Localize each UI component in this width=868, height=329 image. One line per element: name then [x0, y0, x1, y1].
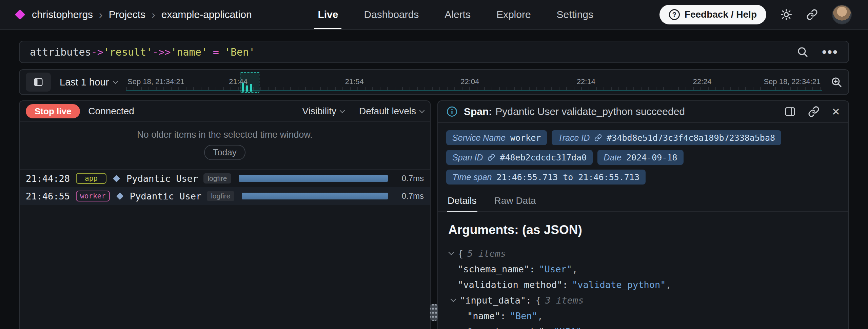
- default-levels-dropdown[interactable]: Default levels: [359, 106, 424, 117]
- share-link-button[interactable]: [806, 9, 818, 20]
- query-operator: ->>: [152, 46, 171, 58]
- copy-link-button[interactable]: [808, 106, 820, 117]
- tab-details[interactable]: Details: [447, 190, 477, 211]
- nav-live[interactable]: Live: [318, 0, 338, 29]
- json-brace: {: [535, 295, 541, 306]
- timeline-tick-label: 22:14: [577, 77, 595, 86]
- link-icon: [808, 106, 820, 117]
- duration-bar: [239, 175, 388, 182]
- top-nav: christophergs › Projects › example-appli…: [0, 0, 868, 30]
- chevron-down-icon: [113, 78, 118, 84]
- json-comma: ,: [572, 264, 577, 274]
- timeline-selection[interactable]: [240, 72, 259, 93]
- duration-value: 0.7ms: [395, 174, 424, 183]
- link-icon: [806, 9, 818, 20]
- zoom-button[interactable]: [831, 76, 842, 88]
- query-actions: •••: [797, 46, 838, 58]
- json-comma: ,: [666, 279, 671, 290]
- detail-panel-header: Span:Pydantic User validate_python succe…: [438, 101, 848, 123]
- nav-explore[interactable]: Explore: [496, 0, 531, 29]
- detail-panel-actions: ✕: [784, 106, 840, 118]
- span-diamond-icon: [116, 192, 123, 199]
- visibility-dropdown[interactable]: Visibility: [302, 106, 344, 117]
- collapse-caret-icon[interactable]: [448, 250, 458, 257]
- search-icon: [797, 46, 808, 58]
- trace-id-value: #34bd8e51d73c3f4c8a189b72338a5ba8: [607, 133, 775, 143]
- service-tag: worker: [76, 191, 110, 201]
- json-line: "input_data":{3 items: [450, 293, 838, 308]
- query-expression[interactable]: attributes->'result'->>'name'='Ben': [30, 46, 255, 58]
- timeline[interactable]: Sep 18, 21:34:21 21:44 21:54 22:04 22:14…: [126, 70, 822, 94]
- service-name-label: Service Name: [452, 133, 506, 143]
- span-detail-panel: Span:Pydantic User validate_python succe…: [437, 100, 849, 329]
- close-button[interactable]: ✕: [832, 106, 840, 118]
- expand-panel-button[interactable]: [784, 106, 796, 117]
- visibility-label: Visibility: [302, 106, 336, 117]
- json-key: "input_data":: [460, 295, 531, 306]
- service-tag: app: [76, 173, 106, 184]
- breadcrumb: christophergs › Projects › example-appli…: [16, 8, 252, 21]
- scope-chip: logfire: [203, 173, 231, 183]
- search-button[interactable]: [797, 46, 808, 58]
- sun-icon: [781, 9, 792, 20]
- feedback-help-label: Feedback / Help: [685, 9, 757, 20]
- json-comma: ,: [581, 326, 587, 329]
- json-key: "validation_method":: [458, 279, 568, 290]
- span-id-label: Span ID: [452, 153, 483, 162]
- query-equals: =: [213, 46, 219, 58]
- nav-alerts[interactable]: Alerts: [445, 0, 471, 29]
- duration-bar-fill: [239, 175, 388, 182]
- date-pill: Date 2024-09-18: [597, 150, 683, 165]
- live-panel-header: Stop live Connected Visibility Default l…: [20, 101, 430, 122]
- theme-toggle-button[interactable]: [781, 9, 792, 20]
- detail-tabs: Details Raw Data: [438, 190, 848, 212]
- breadcrumb-org[interactable]: christophergs: [32, 9, 93, 20]
- trace-row[interactable]: 21:46:55 worker Pydantic User logfire 0.…: [20, 187, 430, 205]
- empty-window-section: No older items in the selected time wind…: [20, 122, 430, 170]
- trace-id-label: Trace ID: [558, 133, 590, 143]
- timeline-tick-label: 22:24: [693, 77, 712, 86]
- detail-body: Arguments: (as JSON) {5 items "schema_na…: [438, 212, 848, 329]
- span-id-pill[interactable]: Span ID #48eb2cdcdc317da0: [446, 150, 593, 165]
- breadcrumb-projects[interactable]: Projects: [109, 9, 145, 20]
- query-bar[interactable]: attributes->'result'->>'name'='Ben' •••: [19, 41, 849, 63]
- json-comma: ,: [537, 311, 543, 321]
- nav-settings[interactable]: Settings: [557, 0, 593, 29]
- user-avatar[interactable]: [832, 5, 852, 24]
- chevron-right-icon: ›: [152, 8, 155, 21]
- feedback-help-button[interactable]: ? Feedback / Help: [659, 5, 766, 24]
- json-item-count: 5 items: [467, 248, 506, 259]
- time-range-dropdown[interactable]: Last 1 hour: [60, 77, 117, 88]
- tab-raw-data[interactable]: Raw Data: [494, 190, 537, 211]
- duration-bar: [242, 193, 388, 199]
- trace-id-pill[interactable]: Trace ID #34bd8e51d73c3f4c8a189b72338a5b…: [552, 130, 781, 145]
- link-icon: [594, 134, 602, 141]
- sidebar-toggle-button[interactable]: [26, 73, 51, 92]
- query-value: 'Ben': [224, 46, 255, 58]
- stop-live-button[interactable]: Stop live: [26, 104, 80, 118]
- question-icon: ?: [669, 9, 680, 20]
- collapse-caret-icon[interactable]: [450, 297, 460, 304]
- json-key: "country_code":: [467, 326, 550, 329]
- panel-resize-handle[interactable]: [430, 304, 438, 321]
- service-name-pill: Service Name worker: [446, 130, 547, 145]
- more-options-button[interactable]: •••: [822, 49, 838, 55]
- connection-status: Connected: [88, 106, 134, 117]
- scope-chip: logfire: [207, 191, 234, 201]
- json-key: "schema_name":: [458, 264, 535, 274]
- json-value: "Ben": [510, 311, 537, 321]
- time-span-label: Time span: [452, 172, 492, 182]
- chevron-down-icon: [340, 108, 345, 113]
- main-content: Stop live Connected Visibility Default l…: [19, 100, 849, 329]
- today-button[interactable]: Today: [204, 145, 245, 160]
- trace-rows: 21:44:28 app Pydantic User logfire 0.7ms…: [20, 170, 430, 205]
- close-icon: ✕: [832, 106, 840, 118]
- nav-dashboards[interactable]: Dashboards: [364, 0, 419, 29]
- nav-right-group: ? Feedback / Help: [659, 5, 852, 24]
- date-value: 2024-09-18: [626, 153, 677, 162]
- chevron-down-icon: [419, 108, 425, 113]
- breadcrumb-project[interactable]: example-application: [161, 9, 252, 20]
- logfire-logo-icon[interactable]: [15, 9, 25, 20]
- trace-row[interactable]: 21:44:28 app Pydantic User logfire 0.7ms: [20, 170, 430, 187]
- zoom-in-icon: [831, 76, 842, 88]
